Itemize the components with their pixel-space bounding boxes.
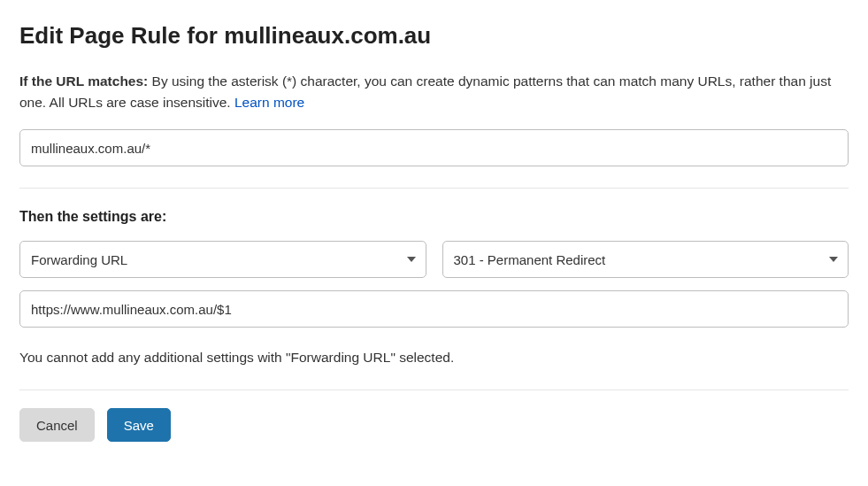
save-button[interactable]: Save bbox=[107, 408, 171, 442]
section-divider bbox=[19, 188, 849, 189]
match-label: If the URL matches: bbox=[19, 73, 148, 89]
match-intro: If the URL matches: By using the asteris… bbox=[19, 71, 849, 113]
settings-heading: Then the settings are: bbox=[19, 206, 849, 228]
page-title: Edit Page Rule for mullineaux.com.au bbox=[19, 18, 849, 53]
url-match-input[interactable] bbox=[19, 129, 849, 166]
learn-more-link[interactable]: Learn more bbox=[234, 95, 304, 110]
status-code-select[interactable]: 301 - Permanent Redirect bbox=[442, 241, 849, 278]
section-divider bbox=[19, 390, 849, 390]
forwarding-note: You cannot add any additional settings w… bbox=[19, 347, 849, 368]
setting-type-select[interactable]: Forwarding URL bbox=[19, 241, 426, 278]
cancel-button[interactable]: Cancel bbox=[19, 408, 95, 442]
destination-url-input[interactable] bbox=[19, 290, 849, 328]
